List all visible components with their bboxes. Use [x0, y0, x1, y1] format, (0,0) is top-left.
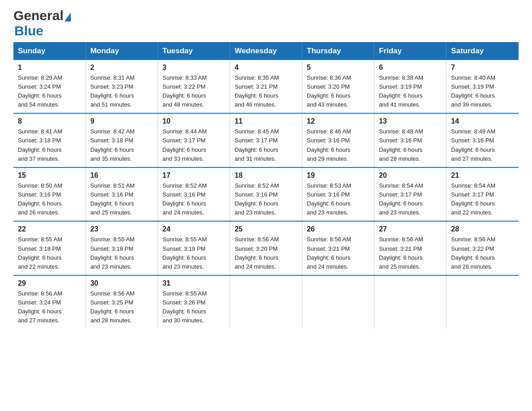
day-cell: 29Sunrise: 8:56 AMSunset: 3:24 PMDayligh…	[13, 275, 86, 329]
day-info: Sunrise: 8:56 AMSunset: 3:21 PMDaylight:…	[379, 235, 442, 271]
day-number: 7	[451, 64, 514, 72]
day-cell	[302, 275, 374, 329]
day-info: Sunrise: 8:42 AMSunset: 3:18 PMDaylight:…	[90, 127, 153, 163]
day-info: Sunrise: 8:55 AMSunset: 3:26 PMDaylight:…	[163, 289, 225, 325]
day-info: Sunrise: 8:55 AMSunset: 3:18 PMDaylight:…	[90, 235, 153, 271]
day-cell: 5Sunrise: 8:36 AMSunset: 3:20 PMDaylight…	[302, 60, 374, 114]
day-cell: 31Sunrise: 8:55 AMSunset: 3:26 PMDayligh…	[158, 275, 230, 329]
calendar-body: 1Sunrise: 8:29 AMSunset: 3:24 PMDaylight…	[13, 60, 519, 329]
day-info: Sunrise: 8:44 AMSunset: 3:17 PMDaylight:…	[163, 127, 225, 163]
day-info: Sunrise: 8:46 AMSunset: 3:16 PMDaylight:…	[307, 127, 369, 163]
day-number: 13	[379, 117, 442, 125]
day-cell: 4Sunrise: 8:35 AMSunset: 3:21 PMDaylight…	[230, 60, 302, 114]
day-info: Sunrise: 8:41 AMSunset: 3:18 PMDaylight:…	[18, 127, 81, 163]
day-cell: 19Sunrise: 8:53 AMSunset: 3:16 PMDayligh…	[302, 167, 374, 222]
day-info: Sunrise: 8:55 AMSunset: 3:18 PMDaylight:…	[18, 235, 81, 271]
day-info: Sunrise: 8:35 AMSunset: 3:21 PMDaylight:…	[235, 73, 297, 110]
day-number: 18	[235, 171, 297, 180]
day-cell: 17Sunrise: 8:52 AMSunset: 3:16 PMDayligh…	[158, 167, 230, 222]
day-number: 4	[235, 64, 297, 72]
header-sunday: Sunday	[13, 42, 86, 60]
day-cell: 25Sunrise: 8:56 AMSunset: 3:20 PMDayligh…	[230, 221, 302, 275]
week-row-4: 22Sunrise: 8:55 AMSunset: 3:18 PMDayligh…	[13, 221, 519, 275]
day-info: Sunrise: 8:56 AMSunset: 3:25 PMDaylight:…	[90, 289, 153, 325]
day-info: Sunrise: 8:51 AMSunset: 3:16 PMDaylight:…	[90, 181, 153, 218]
page-header: General Blue	[13, 9, 519, 38]
day-info: Sunrise: 8:54 AMSunset: 3:17 PMDaylight:…	[451, 181, 514, 218]
week-row-5: 29Sunrise: 8:56 AMSunset: 3:24 PMDayligh…	[13, 275, 519, 329]
day-cell: 7Sunrise: 8:40 AMSunset: 3:19 PMDaylight…	[446, 60, 519, 114]
day-info: Sunrise: 8:29 AMSunset: 3:24 PMDaylight:…	[18, 73, 81, 110]
day-number: 25	[235, 225, 297, 233]
day-number: 21	[451, 171, 514, 180]
day-info: Sunrise: 8:48 AMSunset: 3:16 PMDaylight:…	[379, 127, 442, 163]
day-number: 9	[90, 117, 153, 125]
logo-blue-part: Blue	[14, 23, 43, 38]
day-number: 20	[379, 171, 442, 180]
day-cell	[230, 275, 302, 329]
day-info: Sunrise: 8:52 AMSunset: 3:16 PMDaylight:…	[235, 181, 297, 218]
day-number: 1	[18, 64, 81, 72]
day-number: 28	[451, 225, 514, 233]
day-info: Sunrise: 8:53 AMSunset: 3:16 PMDaylight:…	[307, 181, 369, 218]
day-number: 5	[307, 64, 369, 72]
day-info: Sunrise: 8:56 AMSunset: 3:24 PMDaylight:…	[18, 289, 81, 325]
day-cell: 23Sunrise: 8:55 AMSunset: 3:18 PMDayligh…	[86, 221, 158, 275]
day-cell: 12Sunrise: 8:46 AMSunset: 3:16 PMDayligh…	[302, 113, 374, 167]
day-number: 6	[379, 64, 442, 72]
day-cell: 28Sunrise: 8:56 AMSunset: 3:22 PMDayligh…	[446, 221, 519, 275]
day-cell: 20Sunrise: 8:54 AMSunset: 3:17 PMDayligh…	[374, 167, 446, 222]
day-cell: 22Sunrise: 8:55 AMSunset: 3:18 PMDayligh…	[13, 221, 86, 275]
day-number: 15	[18, 171, 81, 180]
day-info: Sunrise: 8:52 AMSunset: 3:16 PMDaylight:…	[163, 181, 225, 218]
day-cell: 13Sunrise: 8:48 AMSunset: 3:16 PMDayligh…	[374, 113, 446, 167]
logo-arrow-icon	[64, 13, 71, 21]
day-cell: 30Sunrise: 8:56 AMSunset: 3:25 PMDayligh…	[86, 275, 158, 329]
day-cell	[446, 275, 519, 329]
day-info: Sunrise: 8:33 AMSunset: 3:22 PMDaylight:…	[163, 73, 225, 110]
day-cell: 26Sunrise: 8:56 AMSunset: 3:21 PMDayligh…	[302, 221, 374, 275]
day-cell: 2Sunrise: 8:31 AMSunset: 3:23 PMDaylight…	[86, 60, 158, 114]
day-info: Sunrise: 8:54 AMSunset: 3:17 PMDaylight:…	[379, 181, 442, 218]
day-info: Sunrise: 8:56 AMSunset: 3:22 PMDaylight:…	[451, 235, 514, 271]
day-cell: 9Sunrise: 8:42 AMSunset: 3:18 PMDaylight…	[86, 113, 158, 167]
day-number: 26	[307, 225, 369, 233]
week-row-1: 1Sunrise: 8:29 AMSunset: 3:24 PMDaylight…	[13, 60, 519, 114]
calendar-header: SundayMondayTuesdayWednesdayThursdayFrid…	[13, 42, 519, 60]
header-wednesday: Wednesday	[230, 42, 302, 60]
day-cell: 3Sunrise: 8:33 AMSunset: 3:22 PMDaylight…	[158, 60, 230, 114]
day-cell: 24Sunrise: 8:55 AMSunset: 3:19 PMDayligh…	[158, 221, 230, 275]
day-number: 16	[90, 171, 153, 180]
week-row-2: 8Sunrise: 8:41 AMSunset: 3:18 PMDaylight…	[13, 113, 519, 167]
day-info: Sunrise: 8:50 AMSunset: 3:16 PMDaylight:…	[18, 181, 81, 218]
day-info: Sunrise: 8:40 AMSunset: 3:19 PMDaylight:…	[451, 73, 514, 110]
header-friday: Friday	[374, 42, 446, 60]
day-info: Sunrise: 8:55 AMSunset: 3:19 PMDaylight:…	[163, 235, 225, 271]
day-number: 17	[163, 171, 225, 180]
logo-general-part: General	[13, 8, 64, 23]
logo-container: General Blue	[13, 9, 71, 38]
header-row: SundayMondayTuesdayWednesdayThursdayFrid…	[13, 42, 519, 60]
day-cell: 11Sunrise: 8:45 AMSunset: 3:17 PMDayligh…	[230, 113, 302, 167]
day-number: 31	[163, 279, 225, 287]
day-number: 24	[163, 225, 225, 233]
day-info: Sunrise: 8:38 AMSunset: 3:19 PMDaylight:…	[379, 73, 442, 110]
day-number: 19	[307, 171, 369, 180]
week-row-3: 15Sunrise: 8:50 AMSunset: 3:16 PMDayligh…	[13, 167, 519, 222]
day-cell: 6Sunrise: 8:38 AMSunset: 3:19 PMDaylight…	[374, 60, 446, 114]
day-cell: 1Sunrise: 8:29 AMSunset: 3:24 PMDaylight…	[13, 60, 86, 114]
day-number: 11	[235, 117, 297, 125]
day-cell: 14Sunrise: 8:49 AMSunset: 3:16 PMDayligh…	[446, 113, 519, 167]
header-monday: Monday	[86, 42, 158, 60]
day-number: 30	[90, 279, 153, 287]
day-number: 23	[90, 225, 153, 233]
day-cell: 21Sunrise: 8:54 AMSunset: 3:17 PMDayligh…	[446, 167, 519, 222]
day-cell: 16Sunrise: 8:51 AMSunset: 3:16 PMDayligh…	[86, 167, 158, 222]
logo: General Blue	[13, 9, 71, 38]
day-number: 2	[90, 64, 153, 72]
day-info: Sunrise: 8:36 AMSunset: 3:20 PMDaylight:…	[307, 73, 369, 110]
day-cell: 18Sunrise: 8:52 AMSunset: 3:16 PMDayligh…	[230, 167, 302, 222]
day-info: Sunrise: 8:56 AMSunset: 3:21 PMDaylight:…	[307, 235, 369, 271]
day-info: Sunrise: 8:31 AMSunset: 3:23 PMDaylight:…	[90, 73, 153, 110]
day-number: 10	[163, 117, 225, 125]
